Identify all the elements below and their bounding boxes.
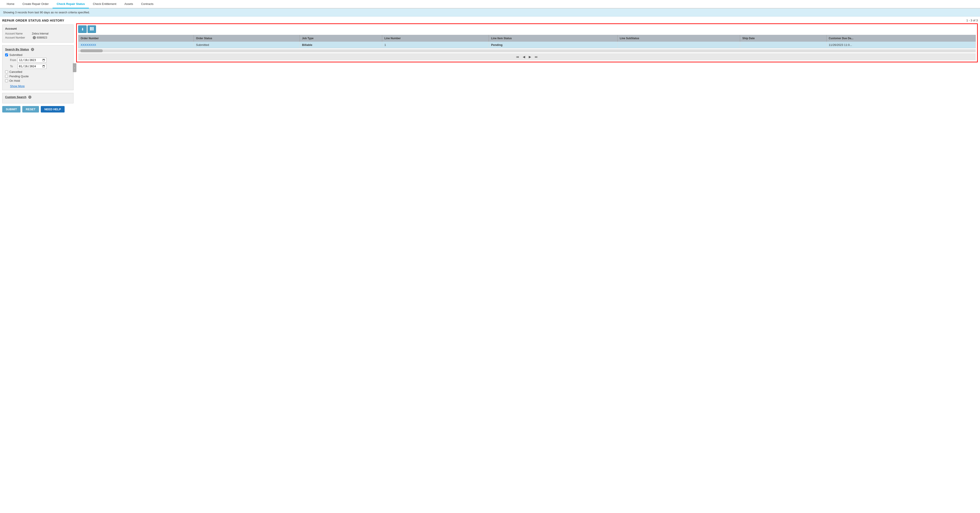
right-top: 1 - 3 of 3 — [76, 19, 978, 22]
pagination-label: 1 - 3 of 3 — [966, 19, 978, 22]
nav-contracts[interactable]: Contracts — [137, 0, 158, 8]
search-by-status-box: Search By Status i Submitted From To Can… — [2, 45, 73, 90]
date-from-row: From — [10, 58, 71, 62]
checkbox-on-hold-row: On Hold — [5, 79, 71, 83]
checkbox-submitted-label: Submitted — [10, 53, 22, 57]
account-number-row: Account Number i 6088923 — [5, 36, 71, 39]
checkbox-pending-quote-label: Pending Quote — [10, 75, 29, 78]
table-row: XXXXXXXX Submitted Billable 1 Pending 11… — [78, 41, 975, 48]
col-order-status: Order Status — [194, 35, 299, 41]
checkbox-submitted-row: Submitted — [5, 53, 71, 57]
cell-customer-due-date: 11/26/2023 11:0... — [826, 41, 975, 48]
account-name-value: Zebra Internal — [32, 32, 49, 35]
date-from-label: From — [10, 59, 16, 62]
custom-search-title: Custom Search i — [5, 96, 71, 99]
date-to-input[interactable] — [18, 64, 46, 69]
col-line-number: Line Number — [382, 35, 488, 41]
nav-check-entitlement[interactable]: Check Entitlement — [89, 0, 121, 8]
checkbox-cancelled-label: Cancelled — [10, 70, 22, 73]
info-bar: Showing 3 records from last 90 days as n… — [0, 8, 980, 16]
account-number-label: Account Number — [5, 36, 32, 39]
pagination-bar: ⏮ ◀ ▶ ⏭ — [78, 53, 976, 61]
reset-button[interactable]: RESET — [22, 106, 39, 113]
col-job-type: Job Type — [299, 35, 382, 41]
cell-line-item-status: Pending — [489, 41, 617, 48]
cell-line-substatus — [617, 41, 740, 48]
col-line-substatus: Line SubStatus — [617, 35, 740, 41]
checkbox-on-hold-label: On Hold — [10, 79, 20, 83]
table-scroll-wrapper[interactable]: Order Number Order Status Job Type Line … — [78, 35, 976, 48]
col-ship-date: Ship Date — [740, 35, 827, 41]
horizontal-scrollbar[interactable] — [78, 49, 976, 53]
cell-order-status: Submitted — [194, 41, 299, 48]
date-to-row: To — [10, 64, 71, 69]
account-name-label: Account Name — [5, 32, 32, 35]
date-from-input[interactable] — [18, 58, 46, 62]
nav-check-repair-status[interactable]: Check Repair Status — [52, 0, 89, 8]
prev-page-button[interactable]: ◀ — [522, 54, 526, 59]
download-button[interactable]: ⬇ — [78, 25, 87, 33]
scrollbar-thumb — [80, 49, 103, 53]
cell-ship-date — [740, 41, 827, 48]
svg-rect-1 — [91, 27, 92, 30]
columns-button[interactable] — [88, 25, 96, 33]
account-name-row: Account Name Zebra Internal — [5, 32, 71, 35]
checkbox-cancelled-row: Cancelled — [5, 70, 71, 73]
cell-line-number: 1 — [382, 41, 488, 48]
section-title: REPAIR ORDER STATUS AND HISTORY — [2, 19, 73, 22]
search-by-status-title: Search By Status i — [5, 48, 71, 51]
checkbox-submitted[interactable] — [5, 53, 8, 56]
submit-button[interactable]: SUBMIT — [2, 106, 21, 113]
last-page-button[interactable]: ⏭ — [534, 54, 539, 59]
toolbar: ⬇ — [78, 25, 976, 33]
cell-order-number: XXXXXXXX — [78, 41, 194, 48]
nav-assets[interactable]: Assets — [120, 0, 137, 8]
svg-rect-2 — [93, 27, 94, 30]
download-icon: ⬇ — [81, 27, 84, 32]
checkbox-on-hold[interactable] — [5, 79, 8, 82]
info-bar-message: Showing 3 records from last 90 days as n… — [3, 11, 90, 14]
svg-rect-0 — [90, 27, 91, 30]
table-container-wrapper: ⬇ Order Num — [76, 23, 978, 62]
need-help-button[interactable]: NEED HELP — [41, 106, 64, 113]
checkbox-pending-quote[interactable] — [5, 75, 8, 78]
right-panel: 1 - 3 of 3 ⬇ — [76, 19, 978, 113]
table-header-row: Order Number Order Status Job Type Line … — [78, 35, 975, 41]
columns-icon — [90, 27, 94, 32]
nav-create-repair-order[interactable]: Create Repair Order — [19, 0, 53, 8]
checkbox-pending-quote-row: Pending Quote — [5, 75, 71, 78]
account-box: Account Account Name Zebra Internal Acco… — [2, 24, 73, 43]
nav-bar: Home Create Repair Order Check Repair St… — [0, 0, 980, 8]
order-number-link[interactable]: XXXXXXXX — [81, 43, 96, 46]
show-more-link[interactable]: Show More — [10, 84, 25, 88]
account-number-value: 6088923 — [37, 36, 47, 39]
col-order-number: Order Number — [78, 35, 194, 41]
custom-search-label: Custom Search — [5, 96, 26, 99]
next-page-button[interactable]: ▶ — [528, 54, 532, 59]
checkbox-cancelled[interactable] — [5, 70, 8, 73]
nav-home[interactable]: Home — [3, 0, 19, 8]
left-panel: REPAIR ORDER STATUS AND HISTORY Account … — [2, 19, 73, 113]
search-by-status-info-icon[interactable]: i — [31, 48, 34, 51]
results-table: Order Number Order Status Job Type Line … — [78, 35, 975, 48]
main-layout: REPAIR ORDER STATUS AND HISTORY Account … — [0, 16, 980, 115]
collapse-panel-button[interactable]: ‹ — [73, 63, 76, 72]
col-customer-due-date: Customer Due Da... — [826, 35, 975, 41]
action-buttons: SUBMIT RESET NEED HELP — [2, 106, 73, 113]
custom-search-box: Custom Search i — [2, 93, 73, 104]
custom-search-info-icon[interactable]: i — [28, 96, 32, 99]
account-box-title: Account — [5, 27, 71, 30]
cell-job-type: Billable — [299, 41, 382, 48]
col-line-item-status: Line Item Status — [489, 35, 617, 41]
date-to-label: To — [10, 65, 16, 68]
account-number-info-icon[interactable]: i — [33, 36, 36, 39]
search-by-status-label: Search By Status — [5, 48, 29, 51]
first-page-button[interactable]: ⏮ — [515, 54, 520, 59]
